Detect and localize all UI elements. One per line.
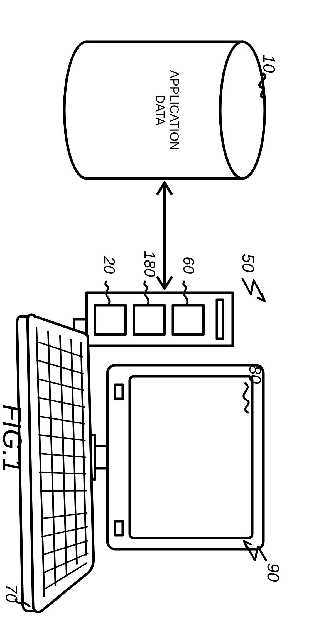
connection-arrow — [158, 183, 171, 289]
ref-60-label: 60 — [180, 256, 198, 274]
svg-rect-7 — [130, 376, 252, 538]
svg-rect-5 — [95, 305, 126, 335]
ref-180-label: 180 — [141, 251, 159, 277]
svg-rect-9 — [115, 521, 123, 535]
db-text: APPLICATION DATA — [153, 70, 181, 151]
db-text-line2: DATA — [153, 95, 167, 126]
monitor — [88, 365, 263, 549]
figure-label: FIG.1 — [0, 404, 28, 473]
svg-rect-2 — [217, 300, 223, 339]
ref-90-label: 90 — [264, 563, 283, 582]
svg-point-0 — [220, 42, 265, 178]
ref-50-label: 50 — [239, 254, 258, 272]
keyboard — [17, 315, 94, 612]
svg-rect-4 — [134, 305, 165, 335]
ref-20-label: 20 — [101, 256, 119, 274]
svg-rect-3 — [173, 305, 204, 335]
db-text-line1: APPLICATION — [168, 70, 181, 150]
svg-rect-8 — [115, 385, 123, 399]
ref-10-label: 10 — [259, 54, 279, 73]
ref-50-lead — [242, 279, 265, 301]
ref-80-label: 80 — [246, 365, 265, 384]
ref-70-label: 70 — [2, 584, 21, 603]
